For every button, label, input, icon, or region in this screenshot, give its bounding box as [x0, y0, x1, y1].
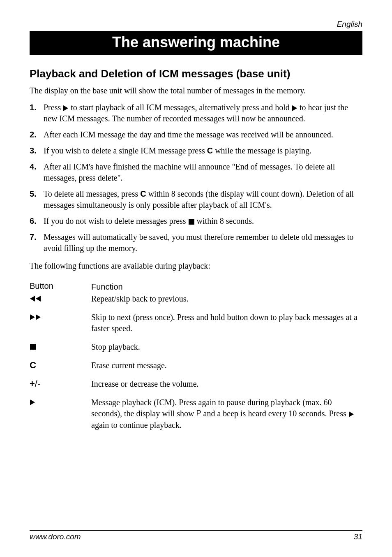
step-1: Press to start playback of all ICM messa…	[30, 102, 362, 124]
play-icon	[63, 105, 68, 111]
step-5: To delete all messages, press C within 8…	[30, 188, 362, 211]
step-3: If you wish to delete a single ICM messa…	[30, 145, 362, 156]
table-header: Button Function	[30, 281, 362, 292]
button-cell	[30, 293, 91, 304]
forward-icon	[30, 314, 35, 320]
step-text: while the message is playing.	[213, 146, 311, 155]
page-number: 31	[354, 532, 362, 541]
table-row: C Erase current message.	[30, 360, 362, 371]
table-row: Message playback (ICM). Press again to p…	[30, 397, 362, 431]
button-cell: C	[30, 360, 91, 371]
function-text: again to continue playback.	[91, 420, 182, 429]
step-7: Messages will automatically be saved, yo…	[30, 232, 362, 254]
header-function: Function	[91, 281, 362, 292]
page-footer: www.doro.com 31	[30, 530, 362, 541]
step-2: After each ICM message the day and time …	[30, 129, 362, 140]
step-text: If you do not wish to delete messages pr…	[44, 216, 188, 225]
step-text: to start playback of all ICM messages, a…	[69, 103, 292, 112]
minus-label: -	[37, 378, 40, 389]
function-cell: Message playback (ICM). Press again to p…	[91, 397, 362, 431]
function-text: and a beep is heard every 10 seconds. Pr…	[201, 409, 348, 418]
header-button: Button	[30, 281, 91, 292]
steps-list: Press to start playback of all ICM messa…	[30, 102, 362, 254]
intro-paragraph: The display on the base unit will show t…	[30, 85, 362, 96]
language-label: English	[30, 20, 362, 29]
plus-label: +	[30, 378, 35, 389]
play-icon	[292, 105, 297, 111]
title-bar: The answering machine	[30, 31, 362, 55]
step-text: within 8 seconds.	[195, 216, 254, 225]
function-cell: Repeat/skip back to previous.	[91, 293, 362, 304]
function-cell: Increase or decrease the volume.	[91, 378, 362, 390]
button-cell: +/-	[30, 378, 91, 390]
step-6: If you do not wish to delete messages pr…	[30, 216, 362, 227]
c-button-label: C	[207, 146, 213, 155]
functions-intro: The following functions are available du…	[30, 260, 362, 272]
c-button-label: C	[140, 189, 146, 198]
table-row: +/- Increase or decrease the volume.	[30, 378, 362, 390]
rewind-icon	[30, 296, 35, 302]
button-cell	[30, 312, 91, 334]
table-row: Stop playback.	[30, 341, 362, 353]
stop-icon	[30, 344, 36, 350]
play-icon	[349, 411, 354, 417]
step-text: If you wish to delete a single ICM messa…	[44, 146, 207, 155]
step-4: After all ICM's have finished the machin…	[30, 161, 362, 183]
step-text: To delete all messages, press	[44, 189, 140, 198]
function-cell: Stop playback.	[91, 341, 362, 353]
functions-table: Button Function Repeat/skip back to prev…	[30, 281, 362, 431]
function-cell: Skip to next (press once). Press and hol…	[91, 312, 362, 334]
pause-p-icon: P	[196, 408, 201, 418]
step-text: Press	[44, 103, 63, 112]
function-cell: Erase current message.	[91, 360, 362, 371]
footer-url: www.doro.com	[30, 532, 81, 541]
stop-icon	[189, 219, 194, 225]
table-row: Skip to next (press once). Press and hol…	[30, 312, 362, 334]
forward-icon	[36, 314, 41, 320]
play-icon	[30, 399, 35, 405]
section-heading: Playback and Deletion of ICM messages (b…	[30, 67, 362, 80]
button-cell	[30, 341, 91, 353]
rewind-icon	[36, 296, 41, 302]
table-row: Repeat/skip back to previous.	[30, 293, 362, 304]
button-cell	[30, 397, 91, 431]
